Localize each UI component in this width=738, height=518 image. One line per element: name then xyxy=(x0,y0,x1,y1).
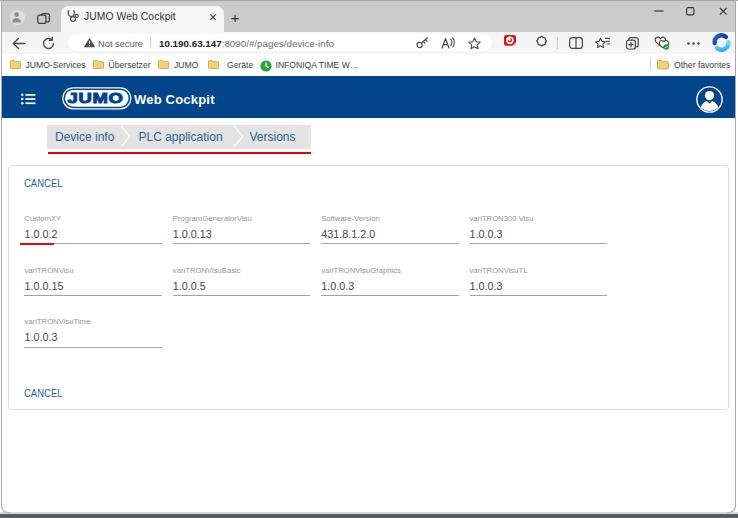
svg-text:JUMO: JUMO xyxy=(68,90,124,106)
